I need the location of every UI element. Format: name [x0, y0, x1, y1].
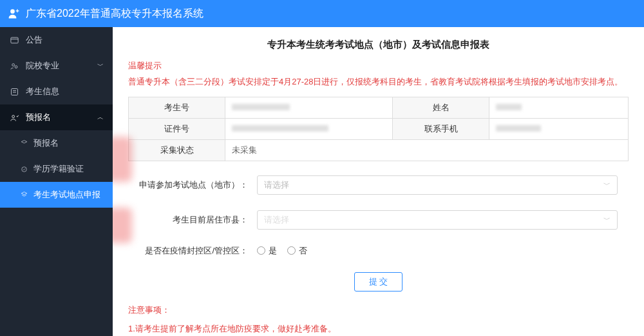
sidebar-item-school-major[interactable]: 院校专业 ﹀: [0, 53, 113, 79]
table-label-name: 姓名: [393, 97, 489, 118]
sidebar-sub-label: 学历学籍验证: [33, 163, 84, 175]
svg-rect-6: [11, 88, 17, 95]
sidebar-item-announcement[interactable]: 公告: [0, 27, 113, 53]
form-label-quarantine: 是否在疫情封控区/管控区：: [128, 245, 257, 257]
sidebar-item-candidate-info[interactable]: 考生信息: [0, 79, 113, 104]
select-exam-location[interactable]: 请选择 ﹀: [257, 175, 618, 195]
sidebar-item-label: 考生信息: [26, 86, 59, 97]
svg-point-0: [10, 9, 15, 14]
chevron-up-icon: ︿: [97, 113, 104, 122]
doc-icon: [19, 139, 28, 148]
chevron-down-icon: ﹀: [97, 61, 104, 70]
table-label-collect: 采集状态: [129, 139, 225, 161]
sidebar: 公告 院校专业 ﹀ 考生信息 预报名 ︿ 预报名: [0, 27, 113, 336]
sidebar-sub-verify[interactable]: 学历学籍验证: [0, 156, 113, 182]
sidebar-item-preregister[interactable]: 预报名 ︿: [0, 104, 113, 130]
chevron-down-icon: ﹀: [603, 215, 611, 224]
hint-text: 普通专升本（含三二分段）考试安排定于4月27-28日进行，仅报统考科目的考生，省…: [128, 75, 629, 89]
page-title: 专升本考生统考考试地点（地市）及考试信息申报表: [128, 39, 629, 51]
sidebar-sub-exam-location[interactable]: 考生考试地点申报: [0, 182, 113, 208]
table-label-id: 证件号: [129, 118, 225, 139]
app-title: 广东省2022年普通高校专升本报名系统: [26, 7, 204, 21]
notes-label: 注意事项：: [128, 304, 629, 316]
radio-no[interactable]: 否: [287, 245, 307, 257]
svg-point-4: [12, 63, 14, 66]
hint-label: 温馨提示: [128, 60, 629, 72]
select-residence[interactable]: 请选择 ﹀: [257, 210, 618, 230]
svg-point-9: [12, 115, 14, 117]
select-placeholder: 请选择: [264, 179, 289, 191]
form-label-location: 申请参加考试地点（地市）：: [128, 179, 257, 191]
radio-icon: [287, 246, 296, 255]
svg-point-5: [15, 65, 17, 68]
sidebar-item-label: 公告: [26, 34, 43, 46]
candidate-info-table: 考生号 姓名 证件号 联系手机 采集状态 未采集: [128, 97, 629, 161]
top-header: 广东省2022年普通高校专升本报名系统: [0, 0, 644, 27]
app-logo-icon: [8, 7, 21, 20]
table-label-phone: 联系手机: [393, 118, 489, 139]
radio-label: 是: [269, 245, 277, 257]
table-value-collect: 未采集: [225, 139, 629, 161]
select-placeholder: 请选择: [264, 214, 289, 226]
chevron-down-icon: ﹀: [603, 180, 611, 190]
sidebar-item-label: 院校专业: [26, 60, 59, 72]
location-icon: [19, 190, 28, 199]
info-icon: [9, 86, 19, 97]
table-value-name: [489, 97, 629, 118]
table-label-candidate-no: 考生号: [129, 97, 225, 118]
table-value-phone: [489, 118, 629, 139]
radio-yes[interactable]: 是: [257, 245, 277, 257]
form-label-residence: 考生目前居住市县：: [128, 214, 257, 226]
radio-icon: [257, 246, 265, 255]
sidebar-sub-label: 预报名: [33, 137, 59, 149]
register-icon: [9, 112, 19, 123]
sidebar-item-label: 预报名: [26, 112, 51, 123]
submit-button[interactable]: 提 交: [354, 272, 403, 292]
note-1: 1.请考生提前了解考点所在地防疫要求，做好赴考准备。: [128, 322, 629, 335]
main-content: 专升本考生统考考试地点（地市）及考试信息申报表 温馨提示 普通专升本（含三二分段…: [113, 27, 644, 336]
radio-label: 否: [299, 245, 307, 257]
sidebar-sub-label: 考生考试地点申报: [33, 189, 100, 201]
svg-rect-2: [10, 37, 17, 43]
school-icon: [9, 61, 19, 71]
announcement-icon: [9, 35, 19, 45]
sidebar-sub-preregister[interactable]: 预报名: [0, 130, 113, 156]
table-value-candidate-no: [225, 97, 393, 118]
radio-group-quarantine: 是 否: [257, 245, 307, 257]
table-value-id: [225, 118, 393, 139]
verify-icon: [19, 164, 28, 173]
